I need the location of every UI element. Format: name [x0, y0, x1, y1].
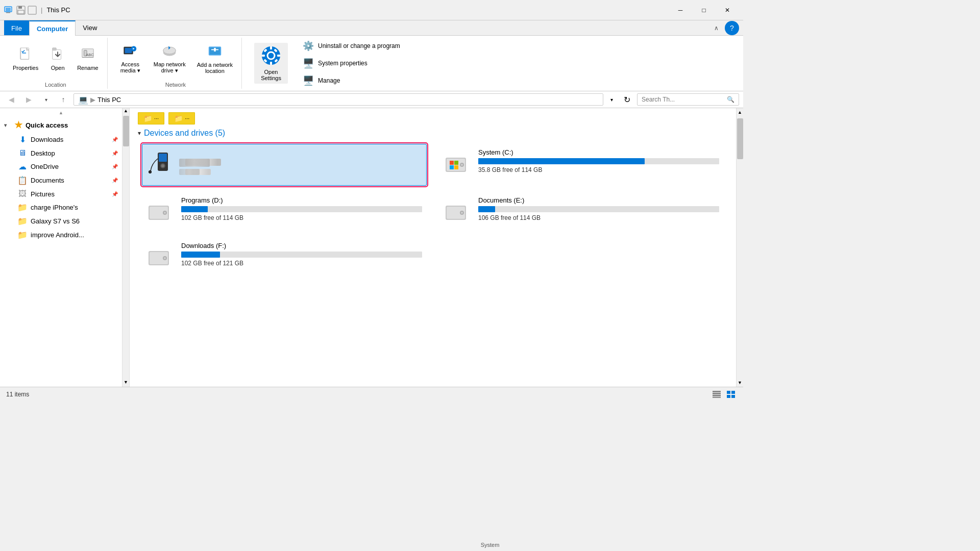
properties-icon — [18, 47, 33, 63]
sidebar-item-onedrive[interactable]: ☁ OneDrive 📌 — [0, 160, 122, 173]
system-c-name: System (C:) — [478, 148, 719, 156]
search-box[interactable]: 🔍 — [637, 93, 739, 106]
recent-locations-button[interactable]: ▾ — [39, 93, 53, 106]
system-c-bar-bg — [478, 158, 719, 164]
open-button[interactable]: Open — [45, 44, 70, 73]
quick-access-expand-icon: ▾ — [4, 122, 10, 128]
content-scroll-up-arrow[interactable]: ▲ — [737, 108, 743, 116]
uninstall-icon: ⚙️ — [303, 40, 314, 52]
large-icons-view-button[interactable] — [725, 389, 737, 399]
help-button[interactable]: ? — [725, 21, 739, 35]
sidebar-item-improve-android[interactable]: 📁 improve Android... — [0, 228, 122, 242]
quick-access-header[interactable]: ▾ ★ Quick access — [0, 117, 122, 133]
tab-view[interactable]: View — [76, 20, 104, 35]
charge-iphone-label: charge iPhone's — [31, 204, 78, 211]
programs-d-icon — [146, 196, 175, 227]
drive-item-programs-d[interactable]: Programs (D:) 102 GB free of 114 GB — [142, 192, 427, 231]
forward-button[interactable]: ▶ — [21, 93, 36, 106]
drive-item-documents-e[interactable]: Documents (E:) 106 GB free of 114 GB — [439, 192, 724, 231]
maximize-button[interactable]: □ — [692, 2, 716, 18]
desktop-label: Desktop — [31, 149, 55, 157]
desktop-icon: 🖥 — [17, 148, 28, 158]
details-view-button[interactable] — [710, 389, 723, 399]
sidebar-scroll-thumb[interactable] — [123, 116, 129, 146]
sidebar-item-downloads[interactable]: ⬇ Downloads 📌 — [0, 133, 122, 146]
address-path[interactable]: 💻 ▶ This PC — [74, 93, 603, 106]
settings-icon — [261, 45, 281, 67]
svg-rect-27 — [214, 47, 216, 51]
uninstall-programs-button[interactable]: ⚙️ Uninstall or change a program — [298, 38, 405, 54]
open-label: Open — [51, 65, 65, 71]
svg-point-47 — [461, 164, 463, 166]
sidebar: ▲ ▾ ★ Quick access ⬇ Downloads 📌 🖥 Deskt… — [0, 108, 122, 387]
access-media-icon — [123, 43, 137, 60]
rename-button[interactable]: ABC Rename — [72, 44, 103, 73]
sidebar-scroll-down-arrow[interactable]: ▼ — [122, 380, 129, 387]
sidebar-item-desktop[interactable]: 🖥 Desktop 📌 — [0, 146, 122, 160]
tab-computer[interactable]: Computer — [29, 20, 76, 36]
close-button[interactable]: ✕ — [716, 2, 739, 18]
sidebar-item-documents[interactable]: 📋 Documents 📌 — [0, 173, 122, 187]
svg-rect-9 — [22, 53, 26, 53]
section-expand-icon[interactable]: ▾ — [138, 130, 141, 137]
minimize-button[interactable]: ─ — [669, 2, 692, 18]
documents-e-icon — [444, 196, 472, 227]
undo-icon[interactable] — [28, 6, 37, 15]
drive-item-downloads-f[interactable]: Downloads (F:) 102 GB free of 121 GB — [142, 237, 427, 277]
onedrive-label: OneDrive — [31, 163, 59, 170]
svg-rect-6 — [28, 6, 36, 14]
tab-file[interactable]: File — [4, 20, 29, 35]
main-layout: ▲ ▾ ★ Quick access ⬇ Downloads 📌 🖥 Deskt… — [0, 108, 743, 387]
onedrive-pin-icon: 📌 — [112, 164, 118, 169]
map-network-button[interactable]: Map networkdrive ▾ — [149, 41, 190, 77]
svg-rect-5 — [18, 10, 24, 14]
titlebar-icons: | — [4, 6, 44, 15]
downloads-f-bar-bg — [181, 252, 422, 258]
access-media-button[interactable]: Accessmedia ▾ — [114, 41, 147, 77]
add-network-button[interactable]: Add a networklocation — [192, 41, 237, 77]
svg-rect-39 — [159, 154, 167, 162]
ribbon-group-network: Accessmedia ▾ Map networkdrive ▾ — [110, 38, 242, 89]
refresh-button[interactable]: ↻ — [620, 93, 634, 106]
ribbon-group-location: Properties Open — [4, 38, 108, 89]
content-scroll-down-arrow[interactable]: ▼ — [737, 379, 743, 387]
system-props-icon: 🖥️ — [303, 58, 314, 69]
statusbar: 11 items — [0, 387, 743, 401]
top-item-1[interactable]: 📁 ··· — [138, 112, 164, 124]
media-player-name-blurred — [179, 159, 210, 167]
back-button[interactable]: ◀ — [4, 93, 18, 106]
documents-e-name: Documents (E:) — [478, 196, 719, 204]
add-network-icon — [208, 44, 222, 60]
system-properties-button[interactable]: 🖥️ System properties — [298, 55, 405, 71]
path-text: This PC — [97, 96, 121, 104]
open-settings-button[interactable]: OpenSettings — [254, 43, 288, 84]
sidebar-scroll-up-arrow[interactable]: ▲ — [122, 108, 129, 115]
sidebar-scroll-up[interactable]: ▲ — [0, 110, 122, 117]
up-button[interactable]: ↑ — [56, 93, 70, 106]
downloads-f-free: 102 GB free of 121 GB — [181, 260, 422, 267]
add-network-label: Add a networklocation — [197, 62, 233, 74]
large-icons-view-icon — [727, 391, 735, 398]
search-input[interactable] — [642, 96, 725, 103]
content-area: 📁 ··· 📁 ··· ▾ Devices and drives (5) — [130, 108, 736, 387]
downloads-icon: ⬇ — [17, 135, 28, 144]
sidebar-item-galaxy-s7[interactable]: 📁 Galaxy S7 vs S6 — [0, 214, 122, 228]
svg-rect-31 — [270, 62, 272, 65]
sidebar-item-charge-iphone[interactable]: 📁 charge iPhone's — [0, 201, 122, 214]
save-icon[interactable] — [16, 6, 26, 15]
pictures-icon: 🖼 — [17, 189, 28, 198]
svg-rect-30 — [270, 46, 272, 49]
sidebar-item-pictures[interactable]: 🖼 Pictures 📌 — [0, 187, 122, 201]
path-dropdown-button[interactable]: ▾ — [606, 93, 617, 106]
content-scroll-thumb[interactable] — [737, 118, 743, 159]
manage-button[interactable]: 🖥️ Manage — [298, 72, 405, 89]
drive-item-media-player[interactable] — [142, 144, 427, 186]
programs-d-free: 102 GB free of 114 GB — [181, 214, 422, 221]
documents-icon: 📋 — [17, 176, 28, 185]
drive-item-system-c[interactable]: System (C:) 35.8 GB free of 114 GB — [439, 144, 724, 186]
top-item-2[interactable]: 📁 ··· — [168, 112, 195, 124]
svg-rect-66 — [713, 395, 721, 396]
ribbon-collapse-button[interactable]: ∧ — [714, 24, 719, 32]
properties-button[interactable]: Properties — [8, 44, 43, 73]
svg-point-55 — [164, 212, 166, 214]
